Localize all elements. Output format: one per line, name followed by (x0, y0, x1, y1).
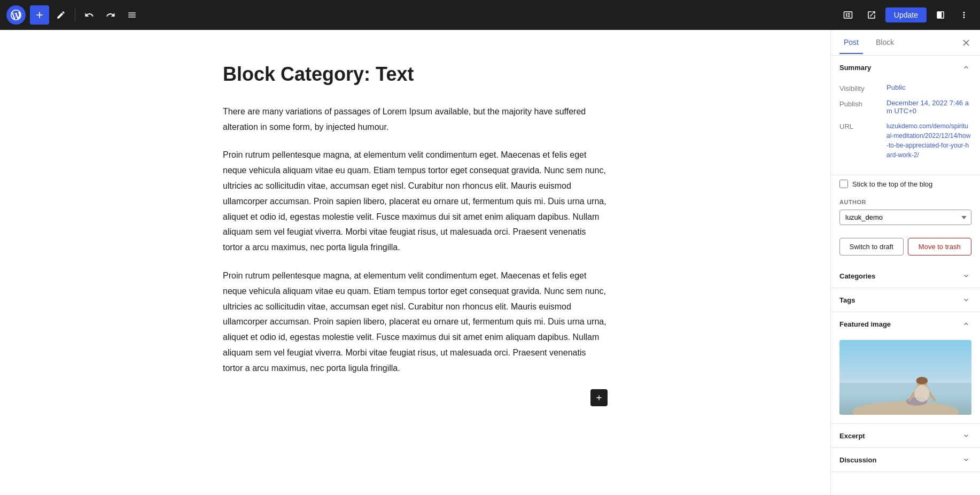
stick-to-top-checkbox[interactable] (839, 180, 848, 188)
summary-chevron-icon (961, 62, 971, 73)
visibility-value[interactable]: Public (886, 83, 905, 91)
more-options-button[interactable] (954, 5, 974, 25)
divider (75, 9, 75, 21)
editor-area: Block Category: Text There are many vari… (0, 30, 830, 495)
move-to-trash-button[interactable]: Move to trash (908, 238, 972, 256)
discussion-header[interactable]: Discussion (831, 448, 980, 471)
discussion-section: Discussion (831, 448, 980, 472)
categories-title: Categories (839, 272, 875, 280)
post-title[interactable]: Block Category: Text (223, 62, 608, 87)
editor-content: Block Category: Text There are many vari… (223, 62, 608, 463)
sidebar-toggle-button[interactable] (931, 5, 950, 25)
wordpress-logo[interactable] (6, 5, 26, 25)
main-layout: Block Category: Text There are many vari… (0, 30, 980, 495)
tags-header[interactable]: Tags (831, 288, 980, 312)
preview-button[interactable] (838, 5, 858, 25)
svg-point-5 (916, 377, 928, 384)
url-row: URL luzukdemo.com/demo/spiritual-meditat… (839, 121, 971, 160)
summary-content: Visibility Public Publish December 14, 2… (831, 79, 980, 175)
stick-to-top-label[interactable]: Stick to the top of the blog (852, 180, 932, 188)
add-block-button[interactable] (30, 5, 49, 25)
toolbar-right: Update (838, 5, 974, 25)
discussion-chevron-icon (961, 454, 971, 465)
edit-tool-button[interactable] (51, 5, 71, 25)
sidebar-close-button[interactable] (961, 37, 971, 48)
switch-to-draft-button[interactable]: Switch to draft (839, 238, 904, 256)
action-buttons: Switch to draft Move to trash (831, 234, 980, 264)
publish-row: Publish December 14, 2022 7:46 am UTC+0 (839, 99, 971, 115)
categories-chevron-icon (961, 270, 971, 281)
tab-post[interactable]: Post (839, 32, 863, 54)
paragraph-2: Proin rutrum pellentesque magna, at elem… (223, 148, 608, 256)
author-select[interactable]: luzuk_demo (839, 210, 971, 225)
tags-title: Tags (839, 296, 855, 304)
url-value[interactable]: luzukdemo.com/demo/spiritual-meditation/… (886, 121, 971, 160)
tags-section: Tags (831, 288, 980, 312)
summary-title: Summary (839, 64, 871, 72)
post-body[interactable]: There are many variations of passages of… (223, 104, 608, 376)
add-block-inline-button[interactable] (590, 389, 608, 406)
featured-image-content (831, 336, 980, 423)
tab-block[interactable]: Block (872, 32, 898, 54)
external-link-button[interactable] (862, 5, 881, 25)
visibility-row: Visibility Public (839, 83, 971, 92)
author-section: AUTHOR luzuk_demo (831, 195, 980, 234)
tags-chevron-icon (961, 295, 971, 305)
author-label: AUTHOR (839, 199, 971, 205)
paragraph-1: There are many variations of passages of… (223, 104, 608, 135)
excerpt-chevron-icon (961, 430, 971, 441)
summary-header[interactable]: Summary (831, 56, 980, 79)
sidebar: Post Block Summary Visibility (830, 30, 980, 495)
featured-image[interactable] (839, 340, 971, 415)
toolbar: Update (0, 0, 980, 30)
redo-button[interactable] (101, 5, 120, 25)
stick-to-top-row: Stick to the top of the blog (831, 175, 980, 195)
sidebar-tabs: Post Block (831, 30, 980, 56)
url-label: URL (839, 121, 882, 130)
categories-section: Categories (831, 264, 980, 288)
featured-image-header[interactable]: Featured image (831, 312, 980, 336)
visibility-label: Visibility (839, 83, 882, 92)
undo-button[interactable] (80, 5, 99, 25)
svg-point-9 (914, 385, 929, 402)
list-view-button[interactable] (122, 5, 142, 25)
featured-image-chevron-icon (961, 319, 971, 329)
featured-image-section: Featured image (831, 312, 980, 424)
update-button[interactable]: Update (885, 7, 927, 22)
excerpt-title: Excerpt (839, 432, 865, 440)
excerpt-header[interactable]: Excerpt (831, 424, 980, 447)
featured-image-title: Featured image (839, 320, 891, 328)
excerpt-section: Excerpt (831, 424, 980, 448)
publish-value[interactable]: December 14, 2022 7:46 am UTC+0 (886, 99, 971, 115)
categories-header[interactable]: Categories (831, 264, 980, 288)
publish-label: Publish (839, 99, 882, 108)
paragraph-3: Proin rutrum pellentesque magna, at elem… (223, 268, 608, 376)
summary-section: Summary Visibility Public Publish Decemb… (831, 56, 980, 175)
discussion-title: Discussion (839, 456, 876, 464)
